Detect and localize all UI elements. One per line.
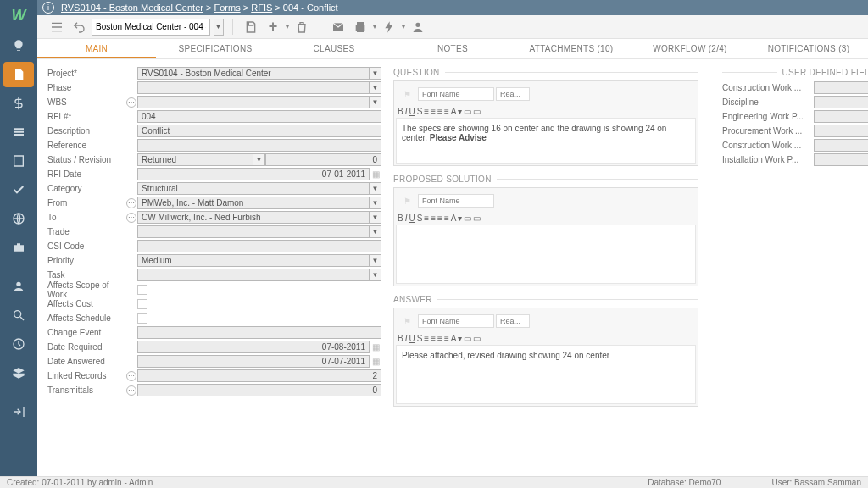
dd-category[interactable]: ▼ bbox=[370, 182, 381, 195]
chk-schedule[interactable] bbox=[137, 313, 147, 324]
rt-font-select-3[interactable] bbox=[418, 314, 494, 328]
print-icon[interactable] bbox=[351, 18, 370, 36]
udf-input-2[interactable] bbox=[814, 110, 868, 123]
picker-trans[interactable]: ⋯ bbox=[126, 385, 136, 396]
rail-item-tasks[interactable] bbox=[0, 175, 37, 204]
rt-format-row[interactable]: BIUS≡≡≡≡A▾▭▭ bbox=[396, 105, 696, 118]
udf-input-5[interactable] bbox=[814, 153, 868, 166]
input-reference[interactable] bbox=[137, 139, 381, 152]
dd-project[interactable]: ▼ bbox=[370, 67, 381, 80]
input-rfi-no[interactable] bbox=[137, 110, 381, 123]
input-csi[interactable] bbox=[137, 240, 381, 252]
input-task[interactable] bbox=[137, 269, 370, 281]
editor-answer-body[interactable]: Please attached, revised drawing showing… bbox=[396, 345, 696, 404]
udf-input-0[interactable] bbox=[814, 81, 868, 94]
picker-linked[interactable]: ⋯ bbox=[126, 371, 136, 381]
picker-wbs[interactable]: ⋯ bbox=[126, 97, 136, 108]
editor-question-body[interactable]: The specs are showing 16 on center and t… bbox=[396, 118, 696, 164]
rail-item-history[interactable] bbox=[0, 330, 37, 358]
input-rfi-date[interactable] bbox=[137, 168, 370, 180]
profile-icon[interactable] bbox=[409, 18, 427, 36]
dd-phase[interactable]: ▼ bbox=[370, 81, 381, 94]
breadcrumb-rfis[interactable]: RFIS bbox=[251, 3, 272, 13]
breadcrumb-project[interactable]: RVS0104 - Boston Medical Center bbox=[61, 3, 203, 13]
rt-size-select-3[interactable] bbox=[496, 314, 530, 328]
dd-status[interactable]: ▼ bbox=[253, 153, 265, 166]
input-trans[interactable] bbox=[137, 384, 381, 396]
list-view-icon[interactable] bbox=[47, 18, 66, 36]
breadcrumb-current: 004 - Conflict bbox=[283, 3, 338, 13]
udf-input-3[interactable] bbox=[814, 125, 868, 137]
tab-workflow[interactable]: WORKFLOW (2/4) bbox=[631, 39, 749, 58]
tab-specifications[interactable]: SPECIFICATIONS bbox=[156, 39, 275, 58]
input-from[interactable] bbox=[137, 197, 370, 209]
dd-from[interactable]: ▼ bbox=[370, 197, 381, 209]
rail-item-user[interactable] bbox=[0, 272, 37, 301]
chk-cost[interactable] bbox=[137, 299, 147, 309]
delete-icon[interactable] bbox=[292, 18, 311, 36]
dd-priority[interactable]: ▼ bbox=[370, 254, 381, 267]
dd-task[interactable]: ▼ bbox=[370, 269, 381, 281]
rt-flag-icon-3[interactable]: ⚑ bbox=[398, 312, 416, 330]
input-linked[interactable] bbox=[137, 369, 381, 382]
input-date-ans[interactable] bbox=[137, 355, 370, 368]
input-change[interactable] bbox=[137, 326, 381, 339]
input-phase[interactable] bbox=[137, 81, 370, 94]
rt-format-row-3[interactable]: BIUS≡≡≡≡A▾▭▭ bbox=[396, 332, 696, 345]
rail-item-ideas[interactable] bbox=[0, 31, 37, 60]
dd-to[interactable]: ▼ bbox=[370, 211, 381, 224]
action-icon[interactable] bbox=[380, 18, 398, 36]
input-status[interactable] bbox=[137, 153, 253, 166]
record-selector[interactable] bbox=[92, 19, 210, 36]
rail-item-forms[interactable] bbox=[3, 62, 34, 87]
dd-trade[interactable]: ▼ bbox=[370, 225, 381, 238]
rt-size-select[interactable] bbox=[496, 87, 530, 101]
tab-main[interactable]: MAIN bbox=[37, 39, 156, 58]
rt-font-select-2[interactable] bbox=[418, 194, 494, 208]
input-to[interactable] bbox=[137, 211, 370, 224]
breadcrumb-forms[interactable]: Forms bbox=[214, 3, 241, 13]
rail-item-cost[interactable] bbox=[0, 89, 37, 118]
rail-item-logout[interactable] bbox=[0, 397, 37, 426]
add-icon[interactable]: + bbox=[264, 18, 282, 36]
picker-to[interactable]: ⋯ bbox=[126, 213, 136, 223]
input-description[interactable] bbox=[137, 125, 381, 137]
rail-item-library[interactable] bbox=[0, 147, 37, 175]
input-priority[interactable] bbox=[137, 254, 370, 267]
save-icon[interactable] bbox=[242, 18, 260, 36]
input-project[interactable] bbox=[137, 67, 370, 80]
tab-clauses[interactable]: CLAUSES bbox=[275, 39, 393, 58]
input-revision[interactable] bbox=[265, 153, 381, 166]
rail-item-globe[interactable] bbox=[0, 204, 37, 233]
udf-input-1[interactable] bbox=[814, 96, 868, 108]
chk-scope[interactable] bbox=[137, 285, 147, 295]
rt-font-select[interactable] bbox=[418, 87, 494, 101]
rail-item-records[interactable] bbox=[0, 118, 37, 147]
input-wbs[interactable] bbox=[137, 96, 370, 108]
input-category[interactable] bbox=[137, 182, 370, 195]
tab-attachments[interactable]: ATTACHMENTS (10) bbox=[512, 39, 631, 58]
cal-date-ans[interactable]: ▦ bbox=[370, 355, 381, 368]
tab-notifications[interactable]: NOTIFICATIONS (3) bbox=[749, 39, 868, 58]
cal-rfi-date[interactable]: ▦ bbox=[370, 168, 381, 180]
input-date-req[interactable] bbox=[137, 341, 370, 353]
info-icon[interactable]: i bbox=[42, 2, 54, 14]
tab-notes[interactable]: NOTES bbox=[393, 39, 512, 58]
mail-icon[interactable] bbox=[329, 18, 348, 36]
rail-item-education[interactable] bbox=[0, 358, 37, 387]
input-trade[interactable] bbox=[137, 225, 370, 238]
rt-flag-icon-2[interactable]: ⚑ bbox=[398, 191, 416, 210]
udf-label-1: Discipline bbox=[722, 97, 814, 107]
rt-format-row-2[interactable]: BIUS≡≡≡≡A▾▭▭ bbox=[396, 212, 696, 225]
undo-icon[interactable] bbox=[70, 18, 88, 36]
cal-date-req[interactable]: ▦ bbox=[370, 341, 381, 353]
rail-item-briefcase[interactable] bbox=[0, 233, 37, 262]
footer-created: Created: 07-01-2011 by admin - Admin bbox=[7, 478, 153, 487]
udf-input-4[interactable] bbox=[814, 139, 868, 152]
picker-from[interactable]: ⋯ bbox=[126, 198, 136, 208]
editor-proposed-body[interactable] bbox=[396, 225, 696, 284]
record-selector-caret[interactable]: ▼ bbox=[214, 19, 224, 36]
rail-item-search[interactable] bbox=[0, 301, 37, 330]
rt-flag-icon[interactable]: ⚑ bbox=[398, 85, 416, 103]
dd-wbs[interactable]: ▼ bbox=[370, 96, 381, 108]
